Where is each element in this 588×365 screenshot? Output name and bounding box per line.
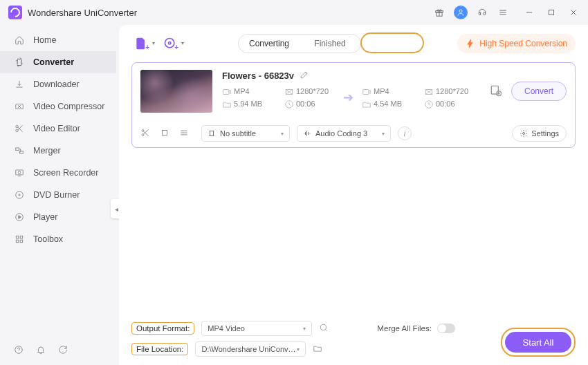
user-avatar-icon[interactable] — [454, 6, 468, 19]
sidebar-item-toolbox[interactable]: Toolbox — [0, 228, 116, 250]
audio-dropdown[interactable]: Audio Coding 3▾ — [297, 125, 391, 142]
status-tabs: Converting Finished — [238, 34, 361, 53]
edit-name-icon[interactable] — [300, 70, 309, 82]
tab-converting[interactable]: Converting — [239, 35, 300, 53]
merge-toggle[interactable] — [437, 324, 455, 333]
chevron-down-icon: ▾ — [297, 346, 300, 353]
merger-icon — [14, 145, 25, 156]
svg-point-6 — [16, 129, 19, 132]
support-icon[interactable] — [476, 6, 488, 19]
tab-finished[interactable]: Finished — [300, 35, 360, 53]
disc-icon — [14, 189, 25, 200]
minimize-icon[interactable] — [523, 6, 535, 19]
feedback-icon[interactable] — [58, 345, 68, 357]
dst-resolution: 1280*720 — [436, 87, 468, 95]
dst-size: 4.54 MB — [374, 100, 402, 108]
highlight-start-all: Start All — [501, 328, 576, 357]
sidebar-item-converter[interactable]: Converter — [0, 51, 116, 73]
sidebar-item-label: Home — [33, 35, 56, 45]
scissors-icon — [14, 123, 25, 134]
svg-point-29 — [142, 129, 144, 131]
recorder-icon — [14, 167, 25, 178]
add-disc-button[interactable]: +▾ — [160, 35, 180, 53]
svg-rect-21 — [223, 90, 229, 95]
file-name: Flowers - 66823v — [222, 71, 294, 81]
sidebar-item-editor[interactable]: Video Editor — [0, 118, 116, 140]
clock-icon — [424, 100, 432, 108]
resolution-icon — [424, 87, 432, 95]
sidebar-item-recorder[interactable]: Screen Recorder — [0, 162, 116, 184]
bell-icon[interactable] — [36, 345, 46, 357]
src-size: 5.94 MB — [234, 100, 262, 108]
gift-icon[interactable] — [433, 6, 445, 19]
video-icon — [222, 87, 230, 95]
sidebar-item-label: Video Compressor — [33, 102, 104, 111]
sidebar-item-compressor[interactable]: Video Compressor — [0, 95, 116, 118]
sidebar-item-label: Converter — [33, 57, 74, 67]
home-icon — [14, 35, 25, 46]
svg-point-20 — [169, 42, 171, 44]
convert-button[interactable]: Convert — [511, 82, 567, 101]
open-folder-icon[interactable] — [313, 344, 322, 355]
svg-point-32 — [523, 133, 525, 135]
settings-button[interactable]: Settings — [512, 125, 567, 142]
sidebar: Home Converter Downloader Video Compress… — [0, 25, 116, 365]
svg-rect-27 — [491, 86, 498, 94]
sidebar-item-merger[interactable]: Merger — [0, 140, 116, 162]
cut-icon[interactable] — [140, 128, 150, 140]
chevron-down-icon: ▾ — [281, 131, 284, 137]
output-format-label: Output Format: — [131, 322, 194, 335]
merge-label: Merge All Files: — [377, 324, 432, 333]
dst-format: MP4 — [374, 87, 389, 95]
svg-point-11 — [16, 191, 24, 199]
content-area: +▾ +▾ Converting Finished High Speed Con… — [119, 25, 588, 365]
app-title: Wondershare UniConverter — [28, 8, 137, 18]
video-thumbnail[interactable] — [140, 70, 212, 113]
plus-icon: + — [174, 44, 178, 51]
high-speed-button[interactable]: High Speed Conversion — [457, 34, 576, 53]
output-format-dropdown[interactable]: MP4 Video▾ — [201, 321, 312, 336]
info-icon[interactable]: i — [398, 127, 412, 140]
close-icon[interactable] — [567, 6, 580, 19]
svg-rect-24 — [363, 90, 369, 95]
more-icon[interactable] — [179, 128, 189, 140]
file-settings-icon[interactable] — [489, 84, 503, 100]
help-icon[interactable] — [14, 345, 24, 357]
chevron-down-icon: ▾ — [303, 326, 306, 332]
sidebar-item-player[interactable]: Player — [0, 206, 116, 228]
sidebar-item-label: DVD Burner — [33, 190, 80, 200]
video-icon — [362, 87, 370, 95]
chevron-down-icon: ▾ — [152, 40, 155, 46]
preview-icon[interactable] — [319, 323, 329, 334]
folder-icon — [222, 100, 230, 108]
chevron-down-icon: ▾ — [382, 131, 385, 137]
plus-icon: + — [145, 44, 149, 51]
start-all-button[interactable]: Start All — [505, 332, 571, 353]
dst-duration: 00:06 — [436, 100, 455, 108]
speed-label: High Speed Conversion — [479, 39, 567, 48]
play-icon — [14, 212, 25, 223]
menu-icon[interactable] — [497, 6, 509, 19]
svg-point-10 — [18, 171, 21, 174]
crop-icon[interactable] — [160, 128, 169, 140]
svg-point-2 — [459, 10, 462, 12]
compressor-icon — [14, 101, 25, 112]
svg-rect-9 — [16, 170, 24, 175]
add-file-button[interactable]: +▾ — [131, 35, 151, 53]
subtitle-dropdown[interactable]: No subtitle▾ — [201, 125, 290, 142]
svg-rect-31 — [163, 130, 167, 135]
sidebar-item-label: Downloader — [33, 79, 80, 89]
file-location-dropdown[interactable]: D:\Wondershare UniConverter 1▾ — [195, 341, 306, 357]
svg-point-5 — [16, 125, 19, 128]
svg-rect-14 — [16, 236, 19, 238]
src-resolution: 1280*720 — [296, 87, 329, 95]
svg-rect-16 — [16, 240, 19, 243]
maximize-icon[interactable] — [545, 6, 558, 19]
src-format: MP4 — [234, 87, 250, 95]
sidebar-item-downloader[interactable]: Downloader — [0, 73, 116, 95]
app-logo — [8, 6, 22, 19]
sidebar-item-label: Toolbox — [33, 234, 63, 244]
converter-icon — [14, 57, 25, 68]
sidebar-item-dvd[interactable]: DVD Burner — [0, 184, 116, 206]
sidebar-item-home[interactable]: Home — [0, 29, 116, 51]
